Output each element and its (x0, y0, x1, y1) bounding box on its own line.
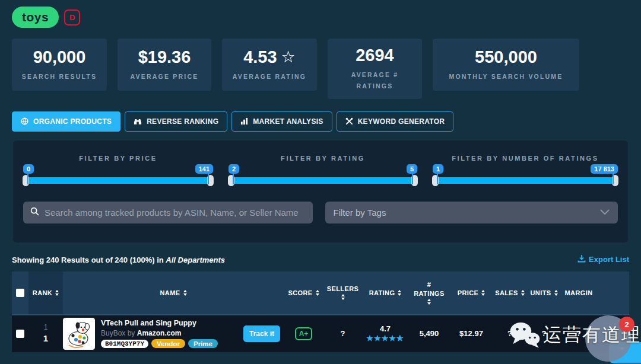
download-icon (577, 254, 586, 264)
column-label: RATINGS (414, 290, 444, 297)
buybox-label: BuyBox by (101, 329, 135, 337)
num-ratings-cell: 5,490 (408, 329, 450, 338)
buybox-seller: Amazon.com (137, 329, 182, 337)
stat-value: 2694 (356, 46, 394, 65)
column-label: MARGIN (564, 289, 592, 296)
brand-d-badge: D (64, 9, 80, 25)
stat-card-average-num-ratings: 2694 AVERAGE # RATINGS (328, 39, 422, 99)
badge-row: B01MQ3YP7Y Vendor Prime (101, 339, 218, 348)
binoculars-icon (134, 117, 142, 125)
results-bar: Showing 240 Results out of 240 (100%) in… (12, 254, 629, 264)
bar-chart-icon (240, 117, 248, 125)
price-filter: FILTER BY PRICE 0 141 (23, 155, 213, 194)
stats-row: 90,000 SEARCH RESULTS $19.36 AVERAGE PRI… (12, 39, 641, 99)
rating-slider-track[interactable] (229, 177, 417, 184)
num-ratings-filter: FILTER BY NUMBER OF RATINGS 1 17 813 (433, 155, 618, 194)
stat-value: 4.53 ☆ (243, 47, 296, 67)
stat-card-search-results: 90,000 SEARCH RESULTS (12, 39, 107, 91)
sort-icon (481, 290, 485, 296)
tags-filter-dropdown[interactable]: Filter by Tags (325, 202, 618, 223)
prime-badge: Prime (188, 339, 218, 348)
column-header-name[interactable]: NAME (63, 272, 284, 314)
column-label: NAME (160, 289, 180, 296)
brand-logo-text: toys (22, 10, 49, 24)
rating-stars: ★★★★★☆ (366, 334, 404, 343)
num-ratings-slider: 1 17 813 (433, 164, 618, 194)
stat-value: 90,000 (33, 47, 86, 67)
num-ratings-filter-label: FILTER BY NUMBER OF RATINGS (433, 155, 618, 163)
column-header-rating[interactable]: RATING (362, 272, 408, 314)
tags-placeholder: Filter by Tags (334, 207, 386, 218)
search-row: Filter by Tags (23, 202, 618, 223)
rating-value: 4.7 (380, 324, 391, 333)
price-slider: 0 141 (23, 164, 213, 194)
sort-icon (427, 299, 431, 305)
product-info: VTech Pull and Sing Puppy BuyBox by Amaz… (101, 319, 218, 348)
stat-value: $19.36 (138, 47, 191, 67)
row-checkbox-cell (12, 330, 28, 338)
price-min-tooltip[interactable]: 0 (23, 164, 34, 174)
notification-badge: 2 (619, 317, 634, 332)
track-it-button[interactable]: Track it (243, 325, 280, 342)
sliders-row: FILTER BY PRICE 0 141 FILTER BY RATING 2… (23, 155, 618, 194)
sort-icon (316, 290, 319, 296)
column-header-sales[interactable]: SALES (493, 272, 527, 314)
column-header-rank[interactable]: RANK (28, 272, 63, 314)
select-all-checkbox[interactable] (16, 289, 24, 297)
sellers-cell: ? (323, 329, 362, 338)
sort-icon (55, 290, 59, 296)
stat-value: 550,000 (475, 47, 537, 67)
rating-max-tooltip[interactable]: 5 (407, 164, 417, 174)
rating-filter-label: FILTER BY RATING (229, 155, 417, 163)
price-slider-track[interactable] (23, 177, 213, 184)
stat-card-monthly-search-volume: 550,000 MONTHLY SEARCH VOLUME (433, 39, 579, 91)
price-max-tooltip[interactable]: 141 (195, 164, 213, 174)
column-label: UNITS (531, 289, 551, 296)
tab-keyword-generator[interactable]: KEYWORD GENERATOR (337, 111, 454, 132)
column-header-sellers[interactable]: SELLERS (323, 272, 362, 314)
num-ratings-min-tooltip[interactable]: 1 (433, 164, 443, 174)
column-label: SALES (495, 289, 518, 296)
stat-label: AVERAGE # RATINGS (332, 69, 417, 92)
buybox-line: BuyBox by Amazon.com (101, 329, 218, 337)
top-bar: toys D (0, 0, 641, 28)
tab-label: MARKET ANALYSIS (253, 117, 323, 126)
search-box (23, 202, 313, 223)
grade-badge: A+ (295, 327, 313, 340)
results-department: All Departments (166, 256, 225, 264)
column-header-units[interactable]: UNITS (527, 272, 561, 314)
rating-slider: 2 5 (229, 164, 417, 194)
tab-label: ORGANIC PRODUCTS (33, 117, 112, 126)
rating-min-tooltip[interactable]: 2 (229, 164, 239, 174)
tab-organic-products[interactable]: ORGANIC PRODUCTS (12, 111, 120, 132)
sort-icon (398, 290, 401, 296)
num-ratings-slider-track[interactable] (433, 177, 618, 184)
asin-badge[interactable]: B01MQ3YP7Y (101, 340, 148, 348)
column-label: SCORE (288, 289, 312, 296)
tab-reverse-ranking[interactable]: REVERSE RANKING (125, 111, 227, 132)
rank-secondary: 1 (44, 323, 48, 333)
stat-card-average-price: $19.36 AVERAGE PRICE (118, 39, 211, 91)
column-header-score[interactable]: SCORE (284, 272, 323, 314)
chevron-down-icon (600, 207, 610, 218)
sort-icon (341, 294, 345, 300)
column-header-price[interactable]: PRICE (450, 272, 493, 314)
search-input[interactable] (45, 207, 306, 218)
globe-icon (21, 117, 28, 125)
sort-icon (521, 290, 525, 296)
results-summary: Showing 240 Results out of 240 (100%) in… (12, 256, 225, 264)
rank-cell: 1 1 (28, 323, 63, 344)
column-header-margin[interactable]: MARGIN (561, 272, 596, 314)
product-name[interactable]: VTech Pull and Sing Puppy (101, 319, 218, 327)
column-header-num-ratings[interactable]: # RATINGS (408, 272, 450, 314)
num-ratings-max-tooltip[interactable]: 17 813 (591, 164, 618, 174)
product-image[interactable] (63, 318, 95, 350)
tab-market-analysis[interactable]: MARKET ANALYSIS (231, 111, 332, 132)
tab-bar: ORGANIC PRODUCTS REVERSE RANKING MARKET … (12, 111, 641, 132)
brand-d-letter: D (69, 13, 75, 22)
column-label: # (427, 281, 431, 288)
row-checkbox[interactable] (16, 330, 24, 338)
rating-filter: FILTER BY RATING 2 5 (229, 155, 417, 194)
export-list-link[interactable]: Export List (577, 254, 629, 264)
header-checkbox-cell (12, 272, 28, 314)
